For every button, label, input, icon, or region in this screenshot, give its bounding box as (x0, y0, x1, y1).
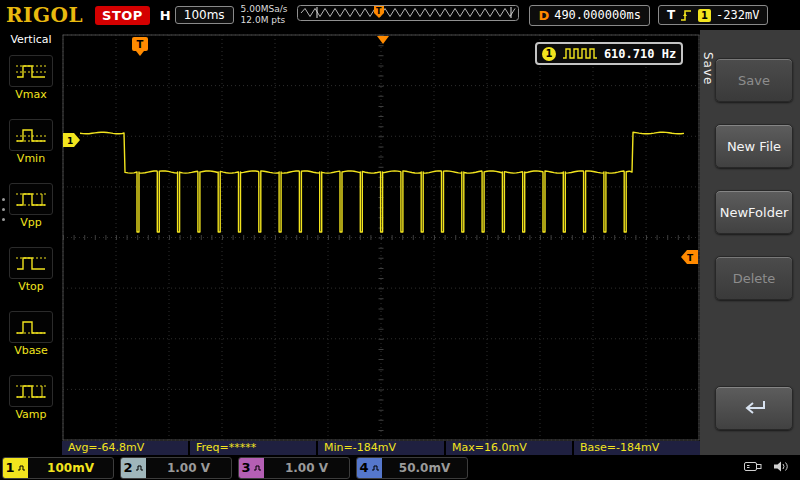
soft-menu-buttons: SaveNew FileNewFolderDelete (715, 58, 793, 452)
frequency-counter: 1 610.710 Hz (535, 42, 683, 65)
menu-button-new-file[interactable]: New File (715, 124, 793, 168)
svg-text:1: 1 (67, 136, 73, 146)
channel-status-group: 1100mV21.00 V31.00 V450.0mV (0, 457, 468, 479)
channel-2-status[interactable]: 21.00 V (120, 457, 232, 479)
left-menu-item-vamp[interactable]: Vamp (0, 366, 62, 430)
trigger-label: T (667, 8, 675, 22)
delay-value: 490.000000ms (554, 8, 641, 22)
menu-item-label: Vpp (20, 216, 42, 229)
delay-label: D (538, 8, 549, 23)
channel-1-badge: 1 (3, 458, 28, 478)
channel-2-badge: 2 (121, 458, 146, 478)
left-measure-menu: Vertical VmaxVminVppVtopVbaseVamp (0, 30, 62, 455)
menu-item-label: Vbase (14, 344, 48, 357)
delay-readout[interactable]: D 490.000000ms (529, 5, 650, 26)
vpp-icon (9, 183, 53, 215)
left-menu-item-vpp[interactable]: Vpp (0, 174, 62, 238)
main-area: Vertical VmaxVminVppVtopVbaseVamp 1TT 1 … (0, 30, 800, 455)
trigger-slope-icon (680, 9, 693, 22)
vamp-icon (9, 375, 53, 407)
counter-channel-badge: 1 (542, 47, 556, 61)
channel-3-badge: 3 (239, 458, 264, 478)
menu-item-label: Vtop (18, 280, 44, 293)
square-wave-icon (562, 47, 598, 60)
measurement-avg: Avg=-64.8mV (62, 441, 188, 455)
vmax-icon (9, 55, 53, 87)
menu-button-enter[interactable] (715, 386, 793, 430)
waveform-display: 1TT 1 610.710 Hz Avg=-64.8mVFreq=*****Mi… (62, 30, 700, 455)
trigger-readout[interactable]: T 1 -232mV (658, 5, 769, 25)
svg-text:T: T (687, 253, 694, 263)
sample-rate: 5.00MSa/s (241, 4, 288, 15)
run-state-badge[interactable]: STOP (95, 6, 150, 25)
coupling-icon (135, 464, 144, 472)
channel-1-status[interactable]: 1100mV (2, 457, 114, 479)
svg-text:T: T (137, 39, 144, 50)
measurement-base: Base=-184mV (574, 441, 700, 455)
menu-button-save[interactable]: Save (715, 58, 793, 102)
left-menu-item-vmax[interactable]: Vmax (0, 46, 62, 110)
oscilloscope-screen: RIGOL STOP H 100ms 5.00MSa/s 12.0M pts T… (0, 0, 800, 480)
enter-icon (739, 398, 769, 418)
channel-4-scale: 50.0mV (382, 458, 467, 478)
trigger-position-marker[interactable] (377, 36, 389, 44)
measurement-min: Min=-184mV (318, 441, 444, 455)
system-status-icons (743, 460, 790, 473)
counter-value: 610.710 Hz (604, 47, 676, 61)
trigger-level-value: -232mV (716, 8, 759, 22)
horizontal-label: H (160, 8, 171, 23)
vbase-icon (9, 311, 53, 343)
coupling-icon (371, 464, 380, 472)
channel-4-badge: 4 (357, 458, 382, 478)
coupling-icon (17, 464, 26, 472)
measurement-max: Max=16.0mV (446, 441, 572, 455)
left-menu-item-vmin[interactable]: Vmin (0, 110, 62, 174)
channel-3-scale: 1.00 V (264, 458, 349, 478)
brand-logo: RIGOL (6, 3, 83, 27)
timebase-value: 100ms (175, 6, 234, 24)
measurement-freq: Freq=***** (190, 441, 316, 455)
menu-item-label: Vmax (15, 88, 47, 101)
vtop-icon (9, 247, 53, 279)
menu-tab-label: Save (701, 52, 715, 85)
left-menu-items: VmaxVminVppVtopVbaseVamp (0, 46, 62, 430)
trigger-source-badge: 1 (698, 9, 711, 22)
vmin-icon (9, 119, 53, 151)
bottom-bar: 1100mV21.00 V31.00 V450.0mV (0, 455, 800, 480)
memory-waveform-strip: T (297, 4, 519, 26)
memory-strip-graphic: T (297, 4, 519, 22)
usb-icon (743, 460, 763, 473)
speaker-icon (773, 460, 790, 473)
left-menu-item-vtop[interactable]: Vtop (0, 238, 62, 302)
channel-1-scale: 100mV (28, 458, 113, 478)
channel-4-status[interactable]: 450.0mV (356, 457, 468, 479)
memory-depth: 12.0M pts (241, 15, 288, 26)
channel-2-scale: 1.00 V (146, 458, 231, 478)
horizontal-timebase[interactable]: H 100ms (160, 6, 234, 24)
left-menu-item-vbase[interactable]: Vbase (0, 302, 62, 366)
graticule: 1TT (62, 30, 700, 441)
menu-button-delete[interactable]: Delete (715, 256, 793, 300)
menu-item-label: Vmin (17, 152, 45, 165)
menu-item-label: Vamp (15, 408, 46, 421)
acquisition-info: 5.00MSa/s 12.0M pts (241, 4, 288, 27)
menu-button-newfolder[interactable]: NewFolder (715, 190, 793, 234)
right-soft-menu: Save SaveNew FileNewFolderDelete (700, 30, 800, 455)
measurement-bar: Avg=-64.8mVFreq=*****Min=-184mVMax=16.0m… (62, 441, 700, 455)
coupling-icon (253, 464, 262, 472)
left-menu-title: Vertical (0, 30, 62, 46)
channel-3-status[interactable]: 31.00 V (238, 457, 350, 479)
svg-text:T: T (376, 7, 382, 16)
menu-page-dots (2, 198, 5, 221)
top-bar: RIGOL STOP H 100ms 5.00MSa/s 12.0M pts T… (0, 0, 800, 30)
